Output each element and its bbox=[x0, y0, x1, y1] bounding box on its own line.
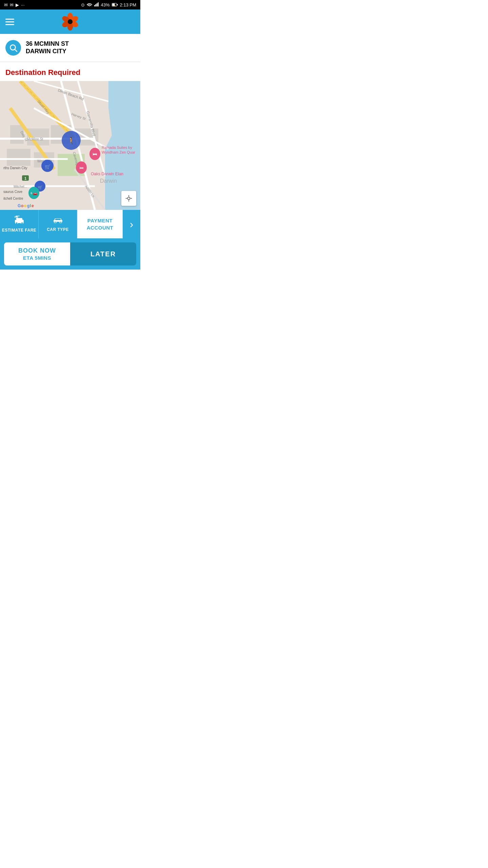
mail-icon: ✉ bbox=[4, 2, 8, 7]
svg-text:🛒: 🛒 bbox=[45, 164, 51, 170]
status-bar-left: ✉ ✉ ▶ ··· bbox=[4, 2, 25, 7]
tab-estimate-fare-label: ESTIMATE FARE bbox=[2, 228, 37, 233]
svg-text:saurus Cove: saurus Cove bbox=[3, 190, 23, 194]
menu-button[interactable] bbox=[5, 19, 14, 25]
booking-bar: BOOK NOW ETA 5MINS LATER bbox=[0, 238, 140, 270]
svg-rect-2 bbox=[97, 3, 98, 6]
tab-estimate-fare[interactable]: ESTIMATE FARE bbox=[0, 210, 39, 238]
svg-text:🛏: 🛏 bbox=[93, 151, 97, 157]
battery-icon: ⚡ bbox=[112, 2, 118, 7]
wifi-icon bbox=[87, 2, 92, 7]
location-icon: ⊙ bbox=[81, 2, 85, 7]
svg-text:o: o bbox=[21, 203, 23, 208]
svg-text:🛏: 🛏 bbox=[79, 165, 83, 170]
hamburger-line2 bbox=[5, 21, 14, 22]
tab-car-type[interactable]: CAR TYPE bbox=[39, 210, 77, 238]
address-display: 36 MCMINN ST DARWIN CITY bbox=[26, 40, 69, 55]
svg-text:+🚗: +🚗 bbox=[30, 191, 38, 196]
svg-text:e: e bbox=[32, 203, 34, 208]
svg-line-16 bbox=[15, 50, 17, 52]
svg-point-82 bbox=[16, 222, 18, 224]
mail2-icon: ✉ bbox=[10, 2, 14, 7]
time-display: 2:13 PM bbox=[120, 2, 136, 7]
svg-rect-3 bbox=[98, 2, 99, 6]
address-line2: DARWIN CITY bbox=[26, 48, 69, 55]
svg-rect-1 bbox=[95, 4, 96, 6]
svg-text:Darwin: Darwin bbox=[100, 178, 117, 184]
svg-point-83 bbox=[21, 222, 23, 224]
tab-car-type-label: CAR TYPE bbox=[47, 227, 69, 232]
map-view: Dinan Beach Rd Stuart Hwy Daly St McMinn… bbox=[0, 81, 140, 210]
svg-point-75 bbox=[127, 197, 130, 199]
svg-text:Ramada Suites by: Ramada Suites by bbox=[102, 145, 132, 150]
logo bbox=[61, 13, 79, 31]
svg-text:Oaks Darwin Elan: Oaks Darwin Elan bbox=[91, 172, 123, 176]
address-line1: 36 MCMINN ST bbox=[26, 40, 69, 48]
signal-icon bbox=[94, 2, 99, 7]
later-label: LATER bbox=[90, 250, 116, 258]
svg-rect-81 bbox=[16, 218, 22, 221]
book-now-button[interactable]: BOOK NOW ETA 5MINS bbox=[4, 242, 70, 265]
svg-text:🛒: 🛒 bbox=[38, 185, 43, 190]
svg-rect-6 bbox=[117, 4, 118, 5]
svg-point-14 bbox=[68, 19, 73, 24]
app-header bbox=[0, 9, 140, 34]
svg-rect-19 bbox=[7, 149, 30, 166]
svg-text:⚡: ⚡ bbox=[114, 4, 116, 6]
svg-text:Mitchel...: Mitchel... bbox=[14, 185, 27, 189]
search-circle bbox=[5, 40, 21, 56]
my-location-button[interactable] bbox=[121, 191, 136, 206]
destination-required-section: Destination Required bbox=[0, 62, 140, 81]
later-button[interactable]: LATER bbox=[70, 242, 136, 265]
svg-text:🚶: 🚶 bbox=[67, 137, 76, 145]
svg-text:l: l bbox=[30, 203, 31, 208]
address-bar[interactable]: 36 MCMINN ST DARWIN CITY bbox=[0, 34, 140, 62]
eta-label: ETA 5MINS bbox=[23, 255, 51, 261]
more-icon: ··· bbox=[21, 2, 25, 7]
svg-text:rths Darwin City: rths Darwin City bbox=[3, 166, 27, 170]
payment-label: PAYMENT bbox=[87, 218, 113, 223]
status-bar-right: ⊙ 43% ⚡ 2:13 PM bbox=[81, 2, 136, 7]
book-now-label: BOOK NOW bbox=[18, 247, 56, 254]
estimate-fare-icon bbox=[14, 216, 24, 226]
next-arrow-button[interactable]: › bbox=[123, 210, 140, 238]
play-icon: ▶ bbox=[16, 2, 19, 7]
chevron-right-icon: › bbox=[130, 218, 134, 231]
svg-text:g: g bbox=[27, 203, 29, 208]
svg-text:Wyndham Zen Quar: Wyndham Zen Quar bbox=[102, 150, 135, 154]
hamburger-line3 bbox=[5, 24, 14, 25]
svg-rect-0 bbox=[94, 5, 95, 6]
hamburger-line1 bbox=[5, 19, 14, 20]
svg-text:McMinn St: McMinn St bbox=[27, 137, 43, 141]
svg-text:itchell Centre: itchell Centre bbox=[3, 197, 23, 200]
account-label: ACCOUNT bbox=[87, 225, 114, 231]
svg-text:1: 1 bbox=[24, 176, 26, 180]
bottom-tab-bar: ESTIMATE FARE CAR TYPE PAYMENT ACCOUNT › bbox=[0, 210, 140, 238]
svg-text:G: G bbox=[18, 203, 21, 208]
car-type-icon bbox=[53, 216, 63, 225]
payment-popup[interactable]: PAYMENT ACCOUNT bbox=[77, 210, 123, 238]
status-bar: ✉ ✉ ▶ ··· ⊙ 43% bbox=[0, 0, 140, 9]
logo-icon bbox=[61, 13, 79, 31]
map-container[interactable]: Dinan Beach Rd Stuart Hwy Daly St McMinn… bbox=[0, 81, 140, 210]
destination-required-text: Destination Required bbox=[5, 68, 80, 77]
svg-rect-90 bbox=[54, 220, 62, 222]
battery-status: 43% bbox=[101, 2, 110, 7]
svg-text:o: o bbox=[24, 203, 26, 208]
